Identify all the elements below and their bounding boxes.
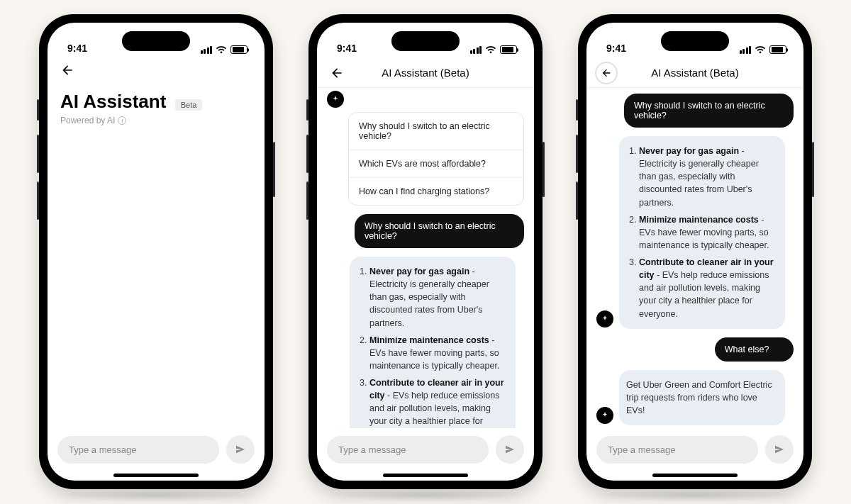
message-input[interactable]: Type a message [596,436,758,464]
assistant-message: Get Uber Green and Comfort Electric trip… [619,370,785,425]
wifi-icon [755,45,766,54]
side-button [37,135,39,173]
screen-3: 9:41 AI Assistant (Beta) Why should I sw… [586,23,803,481]
chat-area[interactable]: Why should I switch to an electric vehic… [317,88,534,428]
powered-by: Powered by AI i [60,116,252,125]
assistant-row: Get Uber Green and Comfort Electric trip… [596,370,794,425]
wifi-icon [216,45,227,54]
signal-icon [201,46,213,54]
screen-1: 9:41 AI Assistant Beta Powered by AI i [48,23,265,481]
header-title: AI Assistant (Beta) [382,67,469,79]
input-bar: Type a message [48,428,265,469]
header-title: AI Assistant (Beta) [651,67,738,79]
home-indicator [586,469,803,481]
side-button [306,99,308,121]
chat-area [48,130,265,428]
battery-icon [500,45,517,54]
assistant-avatar [596,310,613,327]
back-button[interactable] [56,59,79,82]
battery-icon [230,45,247,54]
screen-2: 9:41 AI Assistant (Beta) [317,23,534,481]
suggestions-list: Why should I switch to an electric vehic… [348,112,524,206]
message-input[interactable]: Type a message [57,436,219,464]
side-button [273,142,275,197]
list-item: Minimize maintenance costs - EVs have fe… [369,334,506,372]
input-bar: Type a message [586,428,803,469]
back-button[interactable] [326,62,348,84]
wifi-icon [485,45,496,54]
page-title: AI Assistant [60,91,166,112]
side-button [576,99,578,121]
side-button [306,135,308,173]
header: AI Assistant (Beta) [586,58,803,88]
list-item: Never pay for gas again - Electricity is… [369,265,506,330]
assistant-row: Never pay for gas again - Electricity is… [327,257,524,428]
input-bar: Type a message [317,428,534,469]
signal-icon [740,46,752,54]
side-button [37,181,39,220]
status-time: 9:41 [337,43,357,54]
side-button [576,181,578,220]
send-button[interactable] [496,435,524,464]
user-message: What else? [715,337,794,362]
send-button[interactable] [226,435,255,464]
suggestion-item[interactable]: Why should I switch to an electric vehic… [349,113,523,150]
suggestion-item[interactable]: How can I find charging stations? [349,178,523,205]
phone-frame-1: 9:41 AI Assistant Beta Powered by AI i [39,14,273,489]
side-button [306,181,308,220]
dynamic-island [661,31,729,51]
assistant-row: Never pay for gas again - Electricity is… [596,136,794,329]
back-button[interactable] [595,62,618,84]
side-button [37,99,39,121]
battery-icon [769,45,786,54]
phone-frame-2: 9:41 AI Assistant (Beta) [308,14,543,489]
list-item: Contribute to cleaner air in your city -… [639,256,775,320]
assistant-avatar [596,407,613,424]
beta-badge: Beta [175,99,203,111]
title-block: AI Assistant Beta Powered by AI i [48,82,265,130]
dynamic-island [391,31,460,51]
status-time: 9:41 [67,43,87,54]
status-time: 9:41 [606,43,626,54]
suggestion-item[interactable]: Which EVs are most affordable? [349,150,523,178]
powered-by-label: Powered by AI [60,116,115,125]
assistant-message: Never pay for gas again - Electricity is… [619,136,785,329]
side-button [812,142,814,197]
info-icon[interactable]: i [118,116,126,125]
assistant-avatar [327,91,344,108]
list-item: Contribute to cleaner air in your city -… [369,376,506,428]
chat-area[interactable]: Why should I switch to an electric vehic… [586,88,803,428]
header [48,58,265,82]
signal-icon [470,46,482,54]
list-item: Minimize maintenance costs - EVs have fe… [639,213,775,252]
send-button[interactable] [765,435,794,464]
list-item: Never pay for gas again - Electricity is… [639,145,775,209]
dynamic-island [122,31,190,51]
side-button [576,135,578,173]
user-message: Why should I switch to an electric vehic… [355,214,524,248]
home-indicator [317,469,534,481]
phone-frame-3: 9:41 AI Assistant (Beta) Why should I sw… [578,14,812,489]
home-indicator [48,469,265,481]
user-message: Why should I switch to an electric vehic… [624,94,794,128]
message-input[interactable]: Type a message [327,436,489,464]
side-button [543,142,545,197]
header: AI Assistant (Beta) [317,58,534,88]
assistant-message: Never pay for gas again - Electricity is… [350,257,516,428]
